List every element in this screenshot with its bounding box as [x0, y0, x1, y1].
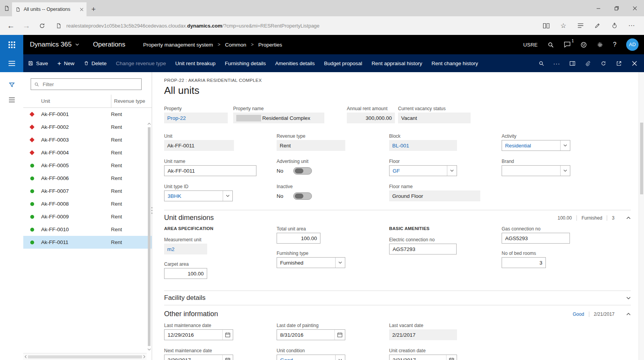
help-icon[interactable]: ? [613, 41, 616, 48]
unit-list-row-selected[interactable]: Ak-FF-0011Rent [23, 236, 152, 249]
share-icon[interactable] [607, 19, 622, 33]
chevron-down-icon[interactable] [223, 191, 232, 201]
browser-tab[interactable]: All units -- Operations [12, 2, 87, 16]
restore-button[interactable] [608, 0, 626, 16]
save-button[interactable]: Save [23, 54, 53, 72]
section-other-information-header[interactable]: Other information Good 2/21/2017 [164, 305, 631, 320]
chevron-down-icon[interactable] [560, 166, 570, 176]
rent-change-history-button[interactable]: Rent change history [427, 54, 483, 72]
carpet-area-input[interactable] [164, 268, 207, 279]
floor-select[interactable]: GF [389, 165, 457, 176]
chevron-up-icon[interactable] [626, 216, 631, 219]
furnishing-type-select[interactable]: Furnished [277, 257, 345, 268]
pane-splitter[interactable] [151, 206, 153, 215]
filter-funnel-icon[interactable] [8, 81, 16, 88]
favorites-star-icon[interactable]: ☆ [556, 19, 571, 33]
forward-button[interactable]: → [19, 19, 33, 33]
more-options-icon[interactable]: ··· [624, 19, 639, 33]
list-horizontal-scrollbar[interactable] [23, 353, 147, 360]
bedrooms-input[interactable] [502, 257, 546, 268]
section-facility-details-header[interactable]: Facility details [164, 291, 631, 305]
electric-connection-input[interactable] [389, 244, 457, 254]
task-pane-icon[interactable] [566, 57, 579, 70]
unit-list-row[interactable]: Ak-FF-0007Rent [23, 185, 152, 197]
unit-list-row[interactable]: Ak-FF-0001Rent [23, 108, 152, 121]
feedback-message-icon[interactable]: 1 [564, 42, 571, 48]
settings-gear-icon[interactable] [597, 42, 603, 48]
unit-list-row[interactable]: Ak-FF-0005Rent [23, 159, 152, 172]
chevron-down-icon[interactable] [335, 258, 345, 268]
change-revenue-type-button[interactable]: Change revenue type [111, 54, 171, 72]
furnishing-details-button[interactable]: Furnishing details [220, 54, 270, 72]
show-list-icon[interactable] [8, 97, 16, 103]
reading-view-icon[interactable] [538, 19, 554, 33]
app-brand[interactable]: Dynamics 365 [30, 41, 79, 48]
brand-select[interactable] [502, 165, 570, 176]
scroll-left-icon[interactable] [24, 355, 27, 358]
unit-list-row[interactable]: Ak-FF-0003Rent [23, 133, 152, 146]
unit-condition-select[interactable]: Good [277, 355, 345, 360]
scrollbar-thumb[interactable] [28, 355, 142, 358]
unit-list-row[interactable]: Ak-FF-0004Rent [23, 146, 152, 159]
calendar-icon[interactable] [446, 355, 457, 360]
scrollbar-thumb[interactable] [148, 127, 151, 346]
search-icon[interactable] [535, 57, 548, 70]
tab-close-icon[interactable] [80, 8, 83, 11]
chevron-down-icon[interactable] [626, 297, 631, 299]
breadcrumb-item[interactable]: Property management system [143, 42, 213, 48]
activity-select[interactable]: Residential [502, 140, 570, 151]
avatar[interactable]: AD [626, 38, 639, 51]
unit-rent-breakup-button[interactable]: Unit rent breakup [171, 54, 220, 72]
calendar-icon[interactable] [222, 330, 233, 340]
measurement-unit-value[interactable]: m2 [164, 244, 207, 254]
scroll-up-icon[interactable] [147, 121, 151, 126]
minimize-button[interactable] [589, 0, 608, 16]
close-page-icon[interactable] [628, 57, 641, 70]
refresh-icon[interactable] [597, 57, 610, 70]
chevron-down-icon[interactable] [447, 166, 457, 176]
unit-list-row[interactable]: Ak-FF-0009Rent [23, 210, 152, 223]
unit-list-row[interactable]: Ak-FF-0010Rent [23, 223, 152, 236]
refresh-button[interactable] [35, 19, 49, 33]
close-button[interactable] [626, 0, 644, 16]
inactive-toggle[interactable] [293, 192, 312, 200]
unit-list-row[interactable]: Ak-FF-0002Rent [23, 121, 152, 133]
hamburger-menu-icon[interactable] [0, 54, 23, 72]
column-header-revenue-type[interactable]: Revenue type [111, 95, 152, 107]
budget-proposal-button[interactable]: Budget proposal [319, 54, 367, 72]
calendar-icon[interactable] [222, 355, 233, 360]
hub-icon[interactable] [573, 19, 588, 33]
total-unit-area-input[interactable] [277, 233, 320, 244]
more-commands-icon[interactable]: ··· [550, 57, 563, 70]
advertising-unit-toggle[interactable] [293, 167, 312, 175]
column-header-unit[interactable]: Unit [30, 95, 111, 107]
unit-name-input[interactable] [164, 165, 256, 176]
search-icon[interactable] [547, 42, 554, 48]
web-note-pen-icon[interactable] [590, 19, 605, 33]
breadcrumb-item[interactable]: Common [225, 42, 246, 48]
unit-list-row[interactable]: Ak-FF-0008Rent [23, 197, 152, 210]
property-value[interactable]: Prop-22 [164, 112, 228, 123]
delete-button[interactable]: Delete [79, 54, 111, 72]
open-in-new-window-icon[interactable] [612, 57, 625, 70]
section-unit-dimensions-header[interactable]: Unit dimensions 100.00 Furnished 3 [164, 210, 631, 225]
module-name[interactable]: Operations [93, 41, 125, 48]
chevron-down-icon[interactable] [560, 140, 570, 151]
gas-connection-input[interactable] [502, 233, 570, 244]
scroll-right-icon[interactable] [143, 355, 145, 358]
amenities-details-button[interactable]: Amenities details [270, 54, 319, 72]
new-button[interactable]: + New [53, 54, 79, 72]
back-button[interactable]: ← [4, 19, 18, 33]
scroll-down-icon[interactable] [147, 347, 151, 352]
new-tab-button[interactable]: + [87, 2, 100, 16]
url-field[interactable]: realestateprodev1c05be13c5b2946cedevaos.… [66, 23, 537, 29]
attachments-paperclip-icon[interactable] [581, 57, 594, 70]
list-vertical-scrollbar[interactable] [147, 121, 152, 352]
company-picker[interactable]: USRE [523, 42, 538, 48]
filter-input[interactable] [42, 81, 138, 88]
block-value[interactable]: BL-001 [389, 140, 457, 151]
unit-list-row[interactable]: Ak-FF-0006Rent [23, 172, 152, 185]
rent-appraisal-history-button[interactable]: Rent appraisal history [367, 54, 427, 72]
main-vertical-scrollbar[interactable] [639, 72, 644, 360]
calendar-icon[interactable] [334, 330, 345, 340]
